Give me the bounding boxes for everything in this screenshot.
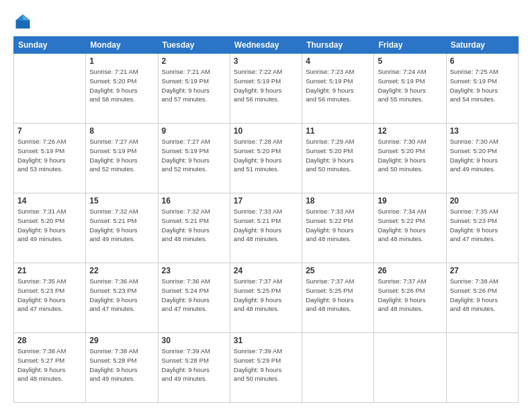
- day-number: 20: [450, 196, 515, 205]
- day-info: Sunrise: 7:26 AM Sunset: 5:19 PM Dayligh…: [17, 137, 82, 174]
- day-info: Sunrise: 7:29 AM Sunset: 5:20 PM Dayligh…: [306, 137, 370, 174]
- calendar-cell: 28Sunrise: 7:38 AM Sunset: 5:27 PM Dayli…: [14, 333, 86, 403]
- day-number: 2: [162, 56, 226, 66]
- svg-marker-2: [16, 15, 24, 21]
- calendar-cell: 29Sunrise: 7:38 AM Sunset: 5:28 PM Dayli…: [86, 333, 158, 403]
- calendar-table: SundayMondayTuesdayWednesdayThursdayFrid…: [13, 36, 519, 403]
- calendar-cell: 18Sunrise: 7:33 AM Sunset: 5:22 PM Dayli…: [302, 193, 374, 263]
- day-number: 17: [234, 196, 298, 205]
- day-number: 31: [234, 336, 298, 345]
- day-info: Sunrise: 7:38 AM Sunset: 5:28 PM Dayligh…: [89, 347, 154, 383]
- calendar-cell: 13Sunrise: 7:30 AM Sunset: 5:20 PM Dayli…: [446, 124, 518, 193]
- calendar-cell: 2Sunrise: 7:21 AM Sunset: 5:19 PM Daylig…: [158, 54, 230, 124]
- day-info: Sunrise: 7:32 AM Sunset: 5:21 PM Dayligh…: [89, 207, 154, 244]
- calendar-cell: 14Sunrise: 7:31 AM Sunset: 5:20 PM Dayli…: [14, 193, 86, 263]
- day-info: Sunrise: 7:33 AM Sunset: 5:22 PM Dayligh…: [306, 207, 370, 244]
- day-number: 11: [306, 126, 370, 136]
- day-number: 5: [378, 56, 442, 66]
- calendar-cell: 12Sunrise: 7:30 AM Sunset: 5:20 PM Dayli…: [374, 124, 446, 193]
- calendar-week-4: 21Sunrise: 7:35 AM Sunset: 5:23 PM Dayli…: [14, 263, 519, 333]
- day-info: Sunrise: 7:39 AM Sunset: 5:29 PM Dayligh…: [234, 347, 298, 383]
- calendar-cell: 1Sunrise: 7:21 AM Sunset: 5:20 PM Daylig…: [86, 54, 158, 124]
- day-info: Sunrise: 7:35 AM Sunset: 5:23 PM Dayligh…: [17, 277, 82, 314]
- day-info: Sunrise: 7:25 AM Sunset: 5:19 PM Dayligh…: [450, 67, 515, 104]
- day-number: 24: [234, 266, 298, 275]
- calendar-cell: 17Sunrise: 7:33 AM Sunset: 5:21 PM Dayli…: [230, 193, 302, 263]
- calendar-week-3: 14Sunrise: 7:31 AM Sunset: 5:20 PM Dayli…: [14, 193, 519, 263]
- calendar-week-2: 7Sunrise: 7:26 AM Sunset: 5:19 PM Daylig…: [14, 124, 519, 193]
- day-info: Sunrise: 7:30 AM Sunset: 5:20 PM Dayligh…: [450, 137, 515, 174]
- calendar-cell: 27Sunrise: 7:38 AM Sunset: 5:26 PM Dayli…: [446, 263, 518, 333]
- day-number: 15: [89, 196, 154, 205]
- weekday-header-monday: Monday: [86, 37, 158, 54]
- calendar-cell: [446, 333, 518, 403]
- day-number: 18: [306, 196, 370, 205]
- day-number: 12: [378, 126, 442, 136]
- calendar-cell: 4Sunrise: 7:23 AM Sunset: 5:19 PM Daylig…: [302, 54, 374, 124]
- day-number: 13: [450, 126, 515, 136]
- calendar-cell: 26Sunrise: 7:37 AM Sunset: 5:26 PM Dayli…: [374, 263, 446, 333]
- calendar-cell: 8Sunrise: 7:27 AM Sunset: 5:19 PM Daylig…: [86, 124, 158, 193]
- day-info: Sunrise: 7:34 AM Sunset: 5:22 PM Dayligh…: [378, 207, 442, 244]
- calendar-cell: [14, 54, 86, 124]
- calendar-cell: 16Sunrise: 7:32 AM Sunset: 5:21 PM Dayli…: [158, 193, 230, 263]
- day-number: 10: [234, 126, 298, 136]
- calendar-cell: 22Sunrise: 7:36 AM Sunset: 5:23 PM Dayli…: [86, 263, 158, 333]
- day-info: Sunrise: 7:23 AM Sunset: 5:19 PM Dayligh…: [306, 67, 370, 104]
- day-number: 19: [378, 196, 442, 205]
- day-info: Sunrise: 7:24 AM Sunset: 5:19 PM Dayligh…: [378, 67, 442, 104]
- day-info: Sunrise: 7:37 AM Sunset: 5:26 PM Dayligh…: [378, 277, 442, 314]
- day-number: 6: [450, 56, 515, 66]
- calendar-cell: 24Sunrise: 7:37 AM Sunset: 5:25 PM Dayli…: [230, 263, 302, 333]
- logo-icon: [13, 12, 32, 31]
- calendar-cell: 25Sunrise: 7:37 AM Sunset: 5:25 PM Dayli…: [302, 263, 374, 333]
- weekday-header-saturday: Saturday: [446, 37, 518, 54]
- day-number: 22: [89, 266, 154, 275]
- day-number: 4: [306, 56, 370, 66]
- day-number: 8: [89, 126, 154, 136]
- calendar-cell: 19Sunrise: 7:34 AM Sunset: 5:22 PM Dayli…: [374, 193, 446, 263]
- weekday-header-thursday: Thursday: [302, 37, 374, 54]
- day-number: 3: [234, 56, 298, 66]
- day-number: 21: [17, 266, 82, 275]
- calendar-cell: [302, 333, 374, 403]
- logo: [13, 12, 35, 31]
- calendar-cell: 3Sunrise: 7:22 AM Sunset: 5:19 PM Daylig…: [230, 54, 302, 124]
- day-info: Sunrise: 7:35 AM Sunset: 5:23 PM Dayligh…: [450, 207, 515, 244]
- svg-marker-1: [23, 15, 30, 21]
- day-info: Sunrise: 7:37 AM Sunset: 5:25 PM Dayligh…: [306, 277, 370, 314]
- weekday-header-row: SundayMondayTuesdayWednesdayThursdayFrid…: [14, 37, 519, 54]
- day-number: 25: [306, 266, 370, 275]
- day-number: 27: [450, 266, 515, 275]
- weekday-header-sunday: Sunday: [14, 37, 86, 54]
- day-info: Sunrise: 7:36 AM Sunset: 5:23 PM Dayligh…: [89, 277, 154, 314]
- weekday-header-friday: Friday: [374, 37, 446, 54]
- day-number: 23: [162, 266, 226, 275]
- day-info: Sunrise: 7:28 AM Sunset: 5:20 PM Dayligh…: [234, 137, 298, 174]
- calendar-cell: 7Sunrise: 7:26 AM Sunset: 5:19 PM Daylig…: [14, 124, 86, 193]
- day-info: Sunrise: 7:38 AM Sunset: 5:27 PM Dayligh…: [17, 347, 82, 383]
- day-info: Sunrise: 7:38 AM Sunset: 5:26 PM Dayligh…: [450, 277, 515, 314]
- day-info: Sunrise: 7:27 AM Sunset: 5:19 PM Dayligh…: [89, 137, 154, 174]
- day-info: Sunrise: 7:21 AM Sunset: 5:20 PM Dayligh…: [89, 67, 154, 104]
- day-info: Sunrise: 7:33 AM Sunset: 5:21 PM Dayligh…: [234, 207, 298, 244]
- day-info: Sunrise: 7:39 AM Sunset: 5:28 PM Dayligh…: [162, 347, 226, 383]
- calendar-cell: 15Sunrise: 7:32 AM Sunset: 5:21 PM Dayli…: [86, 193, 158, 263]
- day-number: 26: [378, 266, 442, 275]
- day-info: Sunrise: 7:37 AM Sunset: 5:25 PM Dayligh…: [234, 277, 298, 314]
- day-number: 14: [17, 196, 82, 205]
- day-info: Sunrise: 7:27 AM Sunset: 5:19 PM Dayligh…: [162, 137, 226, 174]
- calendar-cell: 11Sunrise: 7:29 AM Sunset: 5:20 PM Dayli…: [302, 124, 374, 193]
- calendar-week-1: 1Sunrise: 7:21 AM Sunset: 5:20 PM Daylig…: [14, 54, 519, 124]
- day-number: 29: [89, 336, 154, 345]
- header: [13, 12, 519, 31]
- weekday-header-tuesday: Tuesday: [158, 37, 230, 54]
- calendar-cell: 21Sunrise: 7:35 AM Sunset: 5:23 PM Dayli…: [14, 263, 86, 333]
- calendar-cell: 30Sunrise: 7:39 AM Sunset: 5:28 PM Dayli…: [158, 333, 230, 403]
- day-number: 16: [162, 196, 226, 205]
- calendar-cell: 5Sunrise: 7:24 AM Sunset: 5:19 PM Daylig…: [374, 54, 446, 124]
- day-number: 1: [89, 56, 154, 66]
- day-info: Sunrise: 7:31 AM Sunset: 5:20 PM Dayligh…: [17, 207, 82, 244]
- day-info: Sunrise: 7:36 AM Sunset: 5:24 PM Dayligh…: [162, 277, 226, 314]
- calendar-cell: [374, 333, 446, 403]
